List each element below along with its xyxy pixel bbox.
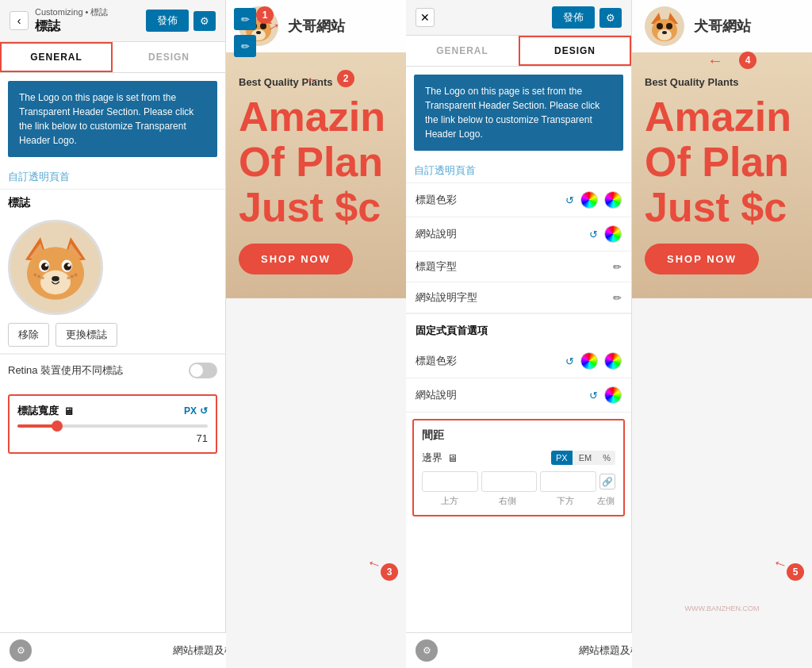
color-swatch-2[interactable] xyxy=(580,352,598,370)
svg-point-9 xyxy=(41,263,49,271)
reset-icon-0[interactable]: ↺ xyxy=(565,194,574,206)
unit-tab-em[interactable]: EM xyxy=(574,451,597,465)
hero-section-right: Best Quality Plants Amazin Of Plan Just … xyxy=(632,52,812,298)
color-swatch-3[interactable] xyxy=(604,386,622,404)
margin-label-top: 上方 xyxy=(422,495,477,507)
edit-pencil-2-left[interactable]: ✏ xyxy=(234,35,256,57)
fixed-header-label: 固定式頁首選項 xyxy=(406,313,631,344)
color-swatch-1[interactable] xyxy=(604,225,622,243)
site-name-left: 犬哥網站 xyxy=(288,17,345,36)
panel-header-right: ✕ 發佈 ⚙ xyxy=(406,0,631,36)
design-row-2: 標題字型 ✏ xyxy=(406,251,631,282)
retina-toggle[interactable] xyxy=(189,363,217,378)
transparent-link-right[interactable]: 自訂透明頁首 xyxy=(406,159,631,182)
design-row-label-0: 標題色彩 xyxy=(416,193,457,207)
svg-point-27 xyxy=(256,31,261,34)
margin-label-right: 右側 xyxy=(480,495,534,507)
svg-point-14 xyxy=(37,275,40,278)
info-box-left: The Logo on this page is set from the Tr… xyxy=(8,81,217,157)
number-5: 5 xyxy=(787,563,804,581)
spacing-title: 間距 xyxy=(422,428,615,443)
right-panel: ✕ 發佈 ⚙ GENERAL DESIGN The Logo on this p… xyxy=(406,0,632,668)
design-row-1: 網站說明 ↺ xyxy=(406,217,631,251)
margin-label: 邊界 xyxy=(422,451,442,465)
svg-point-33 xyxy=(657,23,663,29)
margin-input-top[interactable] xyxy=(422,471,478,492)
retina-label: Retina 裝置使用不同標誌 xyxy=(8,363,123,378)
site-name-right: 犬哥網站 xyxy=(694,17,751,36)
link-margins-icon[interactable]: 🔗 xyxy=(599,474,615,489)
svg-point-34 xyxy=(666,23,672,29)
design-row-label-1: 網站說明 xyxy=(416,227,457,241)
fixed-row-0: 標題色彩 ↺ xyxy=(406,344,631,378)
margin-row: 邊界 🖥 PX EM % xyxy=(422,451,615,465)
shop-now-button-left[interactable]: SHOP NOW xyxy=(239,244,353,274)
svg-point-11 xyxy=(45,263,48,267)
gear-button-left[interactable]: ⚙ xyxy=(193,11,216,31)
info-box-right: The Logo on this page is set from the Tr… xyxy=(414,75,623,151)
tabs-left: GENERAL DESIGN xyxy=(0,42,225,73)
hero-section-left: Best Quality Plants Amazin Of Plan Just … xyxy=(226,52,406,298)
margin-input-bottom[interactable] xyxy=(540,471,596,492)
margin-label-bottom: 下方 xyxy=(538,495,593,507)
fixed-row-label-1: 網站說明 xyxy=(416,388,457,402)
arrow-2: → xyxy=(305,70,321,88)
publish-button-left[interactable]: 發佈 xyxy=(146,10,189,32)
number-1: 1 xyxy=(256,6,274,24)
tabs-right: GENERAL DESIGN xyxy=(406,36,631,67)
left-preview: ✏ ✏ 犬哥網站 xyxy=(226,0,406,668)
right-panel-scroll: The Logo on this page is set from the Tr… xyxy=(406,67,631,668)
publish-button-right[interactable]: 發佈 xyxy=(552,6,595,29)
transparent-link-left[interactable]: 自訂透明頁首 xyxy=(0,165,225,189)
color-swatch-2b[interactable] xyxy=(604,352,622,370)
shop-now-button-right[interactable]: SHOP NOW xyxy=(645,244,759,274)
left-panel: ‹ Customizing • 標誌 標誌 發佈 ⚙ GENERAL DESIG… xyxy=(0,0,226,668)
svg-point-35 xyxy=(662,31,667,34)
remove-logo-button[interactable]: 移除 xyxy=(8,323,49,347)
slider-value-left: 71 xyxy=(17,432,208,444)
panel-title-left: 標誌 xyxy=(35,18,109,35)
svg-point-13 xyxy=(52,276,59,282)
tab-general-left[interactable]: GENERAL xyxy=(0,42,113,72)
back-button-left[interactable]: ‹ xyxy=(10,11,29,30)
retina-toggle-row: Retina 裝置使用不同標誌 xyxy=(0,354,225,386)
svg-point-6 xyxy=(40,271,71,294)
tab-general-right[interactable]: GENERAL xyxy=(406,36,519,66)
settings-bar-icon-right[interactable]: ⚙ xyxy=(416,639,438,662)
pencil-icon-0[interactable]: ✏ xyxy=(613,261,622,273)
monitor-icon-left: 🖥 xyxy=(63,405,74,417)
settings-bar-icon-left[interactable]: ⚙ xyxy=(10,639,32,662)
unit-tab-px[interactable]: PX xyxy=(551,451,573,465)
tab-design-left[interactable]: DESIGN xyxy=(113,42,225,72)
color-swatch-0[interactable] xyxy=(580,191,598,209)
fixed-row-1: 網站說明 ↺ xyxy=(406,378,631,413)
panel-header-left: ‹ Customizing • 標誌 標誌 發佈 ⚙ xyxy=(0,0,225,42)
design-row-3: 網站說明字型 ✏ xyxy=(406,282,631,313)
site-header-right: 犬哥網站 xyxy=(632,0,812,52)
logo-circle xyxy=(8,220,103,315)
margin-label-left: 左側 xyxy=(596,495,615,507)
right-preview: 犬哥網站 Best Quality Plants Amazin Of Plan … xyxy=(632,0,812,668)
reset-icon-left[interactable]: ↺ xyxy=(200,405,208,417)
edit-pencil-top-left[interactable]: ✏ xyxy=(234,8,256,30)
width-label: 標誌寬度 🖥 xyxy=(17,404,74,418)
unit-tab-percent[interactable]: % xyxy=(598,451,615,465)
tab-design-right[interactable]: DESIGN xyxy=(519,36,631,66)
svg-point-16 xyxy=(41,276,44,279)
svg-point-10 xyxy=(63,263,71,271)
fox-logo-icon xyxy=(10,222,101,313)
monitor-icon-right: 🖥 xyxy=(447,452,458,464)
fixed-row-label-0: 標題色彩 xyxy=(416,354,457,368)
gear-button-right[interactable]: ⚙ xyxy=(599,8,622,28)
width-section: 標誌寬度 🖥 PX ↺ 71 xyxy=(8,394,217,454)
hero-text-left: Amazin Of Plan Just $c xyxy=(239,94,393,231)
reset-icon-1[interactable]: ↺ xyxy=(589,228,598,240)
margin-input-right[interactable] xyxy=(481,471,538,492)
color-swatch-0b[interactable] xyxy=(604,191,622,209)
logo-section-label: 標誌 xyxy=(0,190,225,213)
pencil-icon-1[interactable]: ✏ xyxy=(613,292,622,304)
plants-text-right: Best Quality Plants xyxy=(645,76,799,88)
back-button-right[interactable]: ✕ xyxy=(416,8,435,27)
replace-logo-button[interactable]: 更換標誌 xyxy=(56,323,117,347)
svg-point-15 xyxy=(33,274,36,277)
